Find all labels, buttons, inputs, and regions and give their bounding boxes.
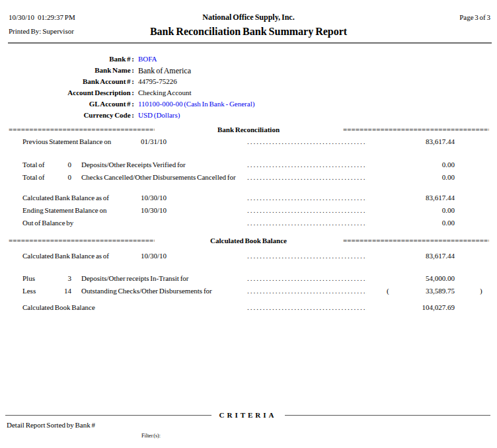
section-header-calculated-book-balance: Calculated Book Balance [0, 237, 497, 246]
double-rule-right [343, 126, 489, 134]
double-rule-right [343, 237, 489, 245]
info-row-bank-account: Bank Account # : 44795-75226 [0, 77, 497, 87]
row-amount: 54,000.00 [369, 274, 455, 282]
row-label: Calculated Book Balance [22, 303, 95, 311]
report-page: 10/30/10 01:29:37 PM National Office Sup… [0, 0, 497, 448]
dot-leader [247, 274, 367, 283]
row-outstanding-checks: Less 14 Outstanding Checks/Other Disburs… [0, 287, 497, 296]
row-calculated-bank-balance-2: Calculated Bank Balance as of 10/30/10 8… [0, 252, 497, 261]
dot-leader [247, 206, 367, 215]
row-amount: 83,617.44 [369, 137, 455, 145]
company-name: National Office Supply, Inc. [0, 13, 497, 22]
bank-account-value: 44795-75226 [138, 77, 177, 85]
row-amount: 0.00 [369, 206, 455, 214]
row-previous-statement-balance: Previous Statement Balance on 01/31/10 8… [0, 137, 497, 147]
row-amount: 33,589.75 [369, 287, 455, 295]
account-description-value: Checking Account [138, 89, 192, 96]
row-ending-statement-balance: Ending Statement Balance on 10/30/10 0.0… [0, 206, 497, 215]
currency-code-link[interactable]: USD (Dollars) [138, 111, 180, 119]
row-count: 0 [40, 173, 71, 181]
row-description: Deposits/Other Receipts Verified for [81, 161, 186, 168]
row-deposits-in-transit: Plus 3 Deposits/Other receipts In-Transi… [0, 274, 497, 283]
dot-leader [247, 303, 367, 312]
section-header-bank-reconciliation: Bank Reconciliation [0, 126, 497, 135]
info-label: Bank # : [0, 55, 134, 63]
row-amount: 104,027.69 [369, 303, 455, 311]
filter-label: Filter (s): [141, 432, 188, 439]
info-label: GL Account # : [0, 100, 134, 108]
criteria-divider: CRITERIA [5, 411, 490, 419]
info-label: Currency Code : [0, 111, 134, 119]
row-label: Previous Statement Balance on [22, 137, 111, 145]
row-amount: 83,617.44 [369, 194, 455, 202]
bank-number-link[interactable]: BOFA [138, 55, 157, 63]
info-label: Bank Account # : [0, 77, 134, 85]
criteria-rule-right [285, 415, 491, 416]
info-row-gl-account: GL Account # : 110100-000-00 (Cash In Ba… [0, 100, 497, 110]
row-description: Outstanding Checks/Other Disbursements f… [81, 287, 212, 295]
row-out-of-balance: Out of Balance by 0.00 [0, 219, 497, 228]
bank-name-value: Bank of America [138, 66, 191, 76]
row-amount: 0.00 [369, 219, 455, 227]
info-row-bank-number: Bank # : BOFA [0, 55, 497, 65]
row-checks-cancelled: Total of 0 Checks Cancelled/Other Disbur… [0, 173, 497, 182]
criteria-rule-left [5, 415, 211, 416]
row-label: Out of Balance by [22, 219, 73, 227]
dot-leader [247, 161, 367, 169]
dot-leader [247, 287, 367, 295]
row-count: 14 [40, 287, 71, 295]
row-label: Plus [22, 274, 35, 282]
report-title: Bank Reconciliation Bank Summary Report [0, 25, 497, 38]
row-date: 01/31/10 [141, 137, 167, 145]
header-rule [8, 42, 492, 44]
row-label: Calculated Bank Balance as of [22, 194, 109, 202]
row-amount: 83,617.44 [369, 252, 455, 260]
dot-leader [247, 252, 367, 260]
info-row-currency-code: Currency Code : USD (Dollars) [0, 111, 497, 121]
row-label: Less [22, 287, 36, 295]
sorted-by-text: Detail Report Sorted by Bank # [7, 421, 95, 429]
row-count: 0 [40, 161, 71, 168]
row-date: 10/30/10 [141, 194, 167, 202]
info-label: Bank Name : [0, 66, 134, 74]
dot-leader [247, 173, 367, 182]
info-row-account-description: Account Description : Checking Account [0, 89, 497, 98]
row-date: 10/30/10 [141, 252, 167, 260]
dot-leader [247, 137, 367, 146]
gl-account-link[interactable]: 110100-000-00 (Cash In Bank - General) [138, 100, 254, 108]
row-count: 3 [40, 274, 71, 282]
row-label: Ending Statement Balance on [22, 206, 106, 214]
paren-close: ) [480, 287, 482, 295]
page-number: Page 3 of 3 [459, 13, 490, 22]
row-description: Deposits/Other receipts In-Transit for [81, 274, 188, 282]
criteria-heading: CRITERIA [219, 411, 277, 419]
info-label: Account Description : [0, 89, 134, 96]
row-description: Checks Cancelled/Other Disbursements Can… [81, 173, 236, 181]
filter-block: Filter (s): Bank # : "BOFA " Report Date… [141, 418, 188, 448]
row-amount: 0.00 [369, 161, 455, 168]
info-row-bank-name: Bank Name : Bank of America [0, 66, 497, 76]
row-amount: 0.00 [369, 173, 455, 181]
row-calculated-bank-balance: Calculated Bank Balance as of 10/30/10 8… [0, 194, 497, 203]
row-calculated-book-balance: Calculated Book Balance 104,027.69 [0, 303, 497, 313]
dot-leader [247, 219, 367, 227]
row-date: 10/30/10 [141, 206, 167, 214]
row-deposits-verified: Total of 0 Deposits/Other Receipts Verif… [0, 161, 497, 170]
dot-leader [247, 194, 367, 202]
row-label: Calculated Bank Balance as of [22, 252, 109, 260]
